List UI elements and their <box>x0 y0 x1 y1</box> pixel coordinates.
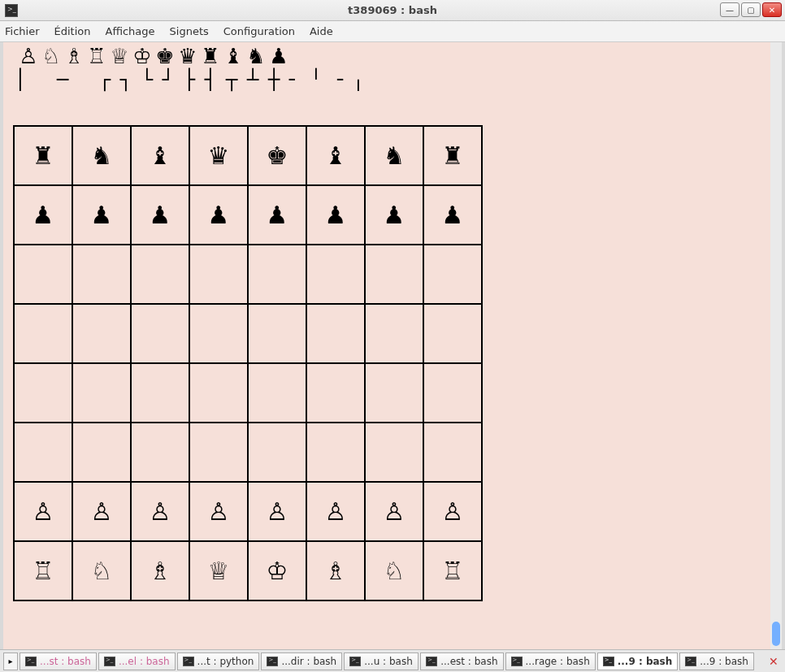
square-0-2: ♝ <box>131 126 189 185</box>
piece-white-bishop: ♗ <box>63 46 85 67</box>
maximize-button[interactable]: ▢ <box>741 2 761 17</box>
chess-piece-palette: ♙ ♘ ♗ ♖ ♕ ♔ ♚ ♛ ♜ ♝ ♞ ♟ <box>3 42 782 67</box>
titlebar: t389069 : bash — ▢ ✕ <box>0 0 785 21</box>
board-row-7: ♖♘♗♕♔♗♘♖ <box>14 541 482 600</box>
board-row-2 <box>14 245 482 304</box>
tab-label: ...t : python <box>197 656 254 667</box>
terminal-icon <box>267 657 278 666</box>
box-char-1 <box>31 67 52 93</box>
square-0-1: ♞ <box>72 126 131 185</box>
box-char-3 <box>73 67 94 93</box>
piece-black-rook: ♜ <box>200 46 221 67</box>
taskbar: ▸ ...st : bash...el : bash...t : python.… <box>0 649 785 672</box>
tab-label: ...el : bash <box>119 656 170 667</box>
square-3-3 <box>189 304 248 363</box>
square-4-2 <box>131 363 189 423</box>
tab-5[interactable]: ...est : bash <box>420 652 503 670</box>
piece-white-knight: ♘ <box>41 46 62 67</box>
tab-1[interactable]: ...el : bash <box>98 652 176 670</box>
tab-6[interactable]: ...rage : bash <box>505 652 596 670</box>
square-3-0 <box>14 304 72 363</box>
menu-edition[interactable]: Édition <box>54 25 91 37</box>
tab-8[interactable]: ...9 : bash <box>679 652 754 670</box>
menu-signets[interactable]: Signets <box>170 25 209 37</box>
scrollbar[interactable] <box>770 42 782 649</box>
tab-7[interactable]: ...9 : bash <box>597 652 679 670</box>
close-button[interactable]: ✕ <box>762 2 782 17</box>
box-char-12: ┼ <box>263 67 284 93</box>
terminal-icon <box>426 657 437 666</box>
square-6-1: ♙ <box>72 482 131 541</box>
square-0-3: ♛ <box>189 126 248 185</box>
square-4-6 <box>365 363 423 423</box>
terminal-icon <box>104 657 115 666</box>
menu-fichier[interactable]: Fichier <box>5 25 40 37</box>
menu-affichage[interactable]: Affichage <box>105 25 154 37</box>
square-5-0 <box>14 423 72 482</box>
box-char-8: ├ <box>179 67 200 93</box>
board-row-6: ♙♙♙♙♙♙♙♙ <box>14 482 482 541</box>
square-3-4 <box>248 304 306 363</box>
square-6-2: ♙ <box>131 482 189 541</box>
square-7-6: ♘ <box>365 541 423 600</box>
square-7-5: ♗ <box>306 541 365 600</box>
terminal-content[interactable]: ♙ ♘ ♗ ♖ ♕ ♔ ♚ ♛ ♜ ♝ ♞ ♟ │ ─ ┌┐└┘├┤┬┴┼╴╵╶… <box>3 42 782 649</box>
tabs-collapse-button[interactable]: ▸ <box>3 652 18 670</box>
square-4-7 <box>423 363 482 423</box>
window-title: t389069 : bash <box>348 4 437 16</box>
square-4-1 <box>72 363 131 423</box>
square-3-7 <box>423 304 482 363</box>
terminal-icon <box>511 657 523 666</box>
chessboard: ♜♞♝♛♚♝♞♜♟♟♟♟♟♟♟♟♙♙♙♙♙♙♙♙♖♘♗♕♔♗♘♖ <box>13 125 483 601</box>
square-1-2: ♟ <box>131 185 189 245</box>
board-row-1: ♟♟♟♟♟♟♟♟ <box>14 185 482 245</box>
square-1-5: ♟ <box>306 185 365 245</box>
square-0-5: ♝ <box>306 126 365 185</box>
tab-label: ...est : bash <box>440 656 497 667</box>
square-4-5 <box>306 363 365 423</box>
piece-white-queen: ♕ <box>109 46 130 67</box>
square-7-4: ♔ <box>248 541 306 600</box>
square-4-0 <box>14 363 72 423</box>
square-6-6: ♙ <box>365 482 423 541</box>
menu-aide[interactable]: Aide <box>310 25 333 37</box>
square-4-4 <box>248 363 306 423</box>
scrollbar-thumb[interactable] <box>772 622 780 646</box>
square-2-2 <box>131 245 189 304</box>
box-char-14: ╵ <box>306 67 327 93</box>
box-char-7: ┘ <box>158 67 179 93</box>
tab-0[interactable]: ...st : bash <box>20 652 97 670</box>
window-controls: — ▢ ✕ <box>720 2 782 17</box>
box-char-2: ─ <box>52 67 73 93</box>
piece-white-rook: ♖ <box>86 46 107 67</box>
square-6-0: ♙ <box>14 482 72 541</box>
square-6-4: ♙ <box>248 482 306 541</box>
box-char-15: ╶ <box>327 67 348 93</box>
minimize-button[interactable]: — <box>720 2 739 17</box>
square-3-1 <box>72 304 131 363</box>
tab-3[interactable]: ...dir : bash <box>261 652 342 670</box>
square-2-1 <box>72 245 131 304</box>
square-5-2 <box>131 423 189 482</box>
tab-label: ...dir : bash <box>281 656 336 667</box>
terminal-icon <box>183 657 194 666</box>
square-5-7 <box>423 423 482 482</box>
square-5-4 <box>248 423 306 482</box>
square-2-0 <box>14 245 72 304</box>
square-7-1: ♘ <box>72 541 131 600</box>
square-7-0: ♖ <box>14 541 72 600</box>
piece-white-pawn: ♙ <box>18 46 39 67</box>
piece-black-queen: ♛ <box>177 46 198 67</box>
board-row-4 <box>14 363 482 423</box>
box-char-16: ╷ <box>348 67 369 93</box>
menu-configuration[interactable]: Configuration <box>223 25 295 37</box>
tab-2[interactable]: ...t : python <box>177 652 260 670</box>
box-char-5: ┐ <box>115 67 137 93</box>
piece-black-pawn: ♟ <box>268 46 289 67</box>
close-tab-button[interactable]: ✕ <box>769 655 782 668</box>
square-5-6 <box>365 423 423 482</box>
piece-black-king: ♚ <box>154 46 176 67</box>
tab-4[interactable]: ...u : bash <box>344 652 419 670</box>
square-3-2 <box>131 304 189 363</box>
menubar: Fichier Édition Affichage Signets Config… <box>0 21 785 42</box>
